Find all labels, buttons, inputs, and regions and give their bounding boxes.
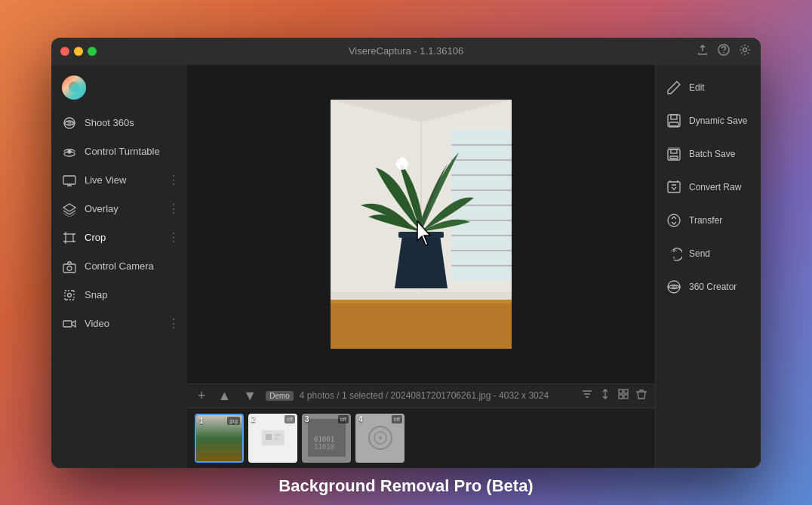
right-item-send[interactable]: Send <box>656 237 761 270</box>
sidebar-item-live-view[interactable]: Live View ⋮ <box>51 166 187 195</box>
svg-text:360: 360 <box>67 121 74 125</box>
maximize-button[interactable] <box>88 47 97 56</box>
title-bar-actions <box>696 43 752 60</box>
sidebar-label-live-view: Live View <box>85 174 126 186</box>
main-area: 360 Shoot 360s Control Turntable <box>51 65 761 468</box>
right-item-convert-raw[interactable]: Convert Raw <box>656 171 761 204</box>
thumb-3-badge: tiff <box>338 415 349 423</box>
sidebar-item-control-camera[interactable]: Control Camera <box>51 252 187 281</box>
sort-icon[interactable] <box>599 388 611 403</box>
thumb-2-number: 2 <box>251 415 256 423</box>
filter-icon[interactable] <box>581 388 593 403</box>
svg-rect-31 <box>624 390 628 393</box>
svg-rect-50 <box>671 149 677 153</box>
right-item-dynamic-save[interactable]: Dynamic Save <box>656 104 761 137</box>
footer-text: Background Removal Pro (Beta) <box>278 476 533 495</box>
svg-text:01001: 01001 <box>314 436 334 443</box>
move-down-button[interactable]: ▼ <box>240 386 260 405</box>
crop-more-icon[interactable]: ⋮ <box>168 230 180 245</box>
minimize-button[interactable] <box>74 47 83 56</box>
svg-rect-7 <box>66 234 73 242</box>
thumb-1-number: 1 <box>199 417 204 425</box>
right-label-edit: Edit <box>689 82 705 93</box>
right-sidebar: Edit Dynamic Save <box>655 65 761 468</box>
monitor-icon <box>62 173 77 188</box>
sidebar-item-snap[interactable]: Snap <box>51 281 187 309</box>
thumbnail-3[interactable]: 01001 11010 3 tiff <box>302 414 351 463</box>
sidebar-label-control-camera: Control Camera <box>85 260 154 272</box>
thumbnail-4[interactable]: 4 tiff <box>355 414 404 463</box>
convert-raw-icon <box>665 178 683 196</box>
svg-rect-10 <box>65 291 74 300</box>
settings-icon[interactable] <box>738 43 752 60</box>
svg-rect-12 <box>63 321 72 327</box>
thumbnail-1[interactable]: 1 jpg <box>195 414 244 463</box>
thumb-3-number: 3 <box>305 415 309 423</box>
right-label-dynamic-save: Dynamic Save <box>689 115 747 126</box>
app-logo <box>51 71 187 109</box>
right-item-batch-save[interactable]: Batch Save <box>656 137 761 171</box>
svg-rect-33 <box>624 395 628 399</box>
grid-view-icon[interactable] <box>617 388 629 403</box>
right-item-transfer[interactable]: Transfer <box>656 204 761 237</box>
bottom-actions <box>581 388 647 403</box>
close-button[interactable] <box>60 47 69 56</box>
svg-rect-51 <box>670 156 678 159</box>
right-label-convert-raw: Convert Raw <box>689 182 741 192</box>
sidebar-item-crop[interactable]: Crop ⋮ <box>51 223 187 252</box>
360-creator-icon: 360 <box>665 278 683 296</box>
crop-icon <box>62 230 77 245</box>
dynamic-save-icon <box>665 112 683 130</box>
sidebar-label-crop: Crop <box>85 232 106 243</box>
right-item-360-creator[interactable]: 360 360 Creator <box>656 270 761 303</box>
svg-rect-32 <box>619 395 623 399</box>
status-text: 4 photos / 1 selected / 2024081720170626… <box>300 390 575 401</box>
right-item-edit[interactable]: Edit <box>656 71 761 104</box>
sidebar-label-overlay: Overlay <box>85 203 118 214</box>
svg-point-5 <box>68 150 71 153</box>
svg-rect-38 <box>275 438 278 440</box>
svg-point-45 <box>379 436 382 439</box>
batch-save-icon <box>665 145 683 163</box>
sidebar-label-shoot-360: Shoot 360s <box>85 117 134 128</box>
sidebar-item-shoot-360[interactable]: 360 Shoot 360s <box>51 109 187 137</box>
thumb-4-badge: tiff <box>392 415 402 423</box>
video-icon <box>62 316 77 331</box>
shoot-360-icon: 360 <box>62 115 77 131</box>
trash-icon[interactable] <box>635 388 647 403</box>
svg-rect-30 <box>619 390 623 393</box>
turntable-icon <box>62 144 77 159</box>
demo-badge: Demo <box>266 391 294 401</box>
thumbnail-2[interactable]: 2 tiff <box>248 414 297 463</box>
svg-text:11010: 11010 <box>314 443 334 451</box>
add-button[interactable]: + <box>195 386 209 405</box>
svg-rect-48 <box>669 122 678 126</box>
svg-rect-8 <box>63 264 75 273</box>
sidebar-label-video: Video <box>85 318 109 329</box>
thumb-1-badge: jpg <box>227 417 240 425</box>
svg-text:360: 360 <box>672 285 678 289</box>
help-icon[interactable] <box>717 43 730 60</box>
send-icon <box>665 245 683 263</box>
svg-rect-28 <box>398 232 444 238</box>
main-preview-image <box>331 100 512 349</box>
traffic-lights <box>60 47 97 56</box>
live-view-more-icon[interactable]: ⋮ <box>168 173 180 187</box>
snap-icon <box>62 288 77 303</box>
thumb-2-badge: tiff <box>285 415 295 423</box>
footer: Background Removal Pro (Beta) <box>0 467 812 505</box>
svg-rect-52 <box>668 182 680 192</box>
right-label-send: Send <box>689 248 710 259</box>
sidebar-item-control-turntable[interactable]: Control Turntable <box>51 137 187 166</box>
export-icon[interactable] <box>696 43 709 60</box>
move-up-button[interactable]: ▲ <box>215 386 235 405</box>
title-bar: VisereCaptura - 1.1.36106 <box>51 38 761 65</box>
window-title: VisereCaptura - 1.1.36106 <box>349 45 463 57</box>
video-more-icon[interactable]: ⋮ <box>168 316 180 331</box>
sidebar-item-overlay[interactable]: Overlay ⋮ <box>51 195 187 223</box>
sidebar-item-video[interactable]: Video ⋮ <box>51 309 187 338</box>
logo-circle <box>62 75 86 100</box>
sidebar-label-snap: Snap <box>85 289 107 300</box>
overlay-more-icon[interactable]: ⋮ <box>168 202 180 216</box>
svg-rect-36 <box>266 434 272 440</box>
